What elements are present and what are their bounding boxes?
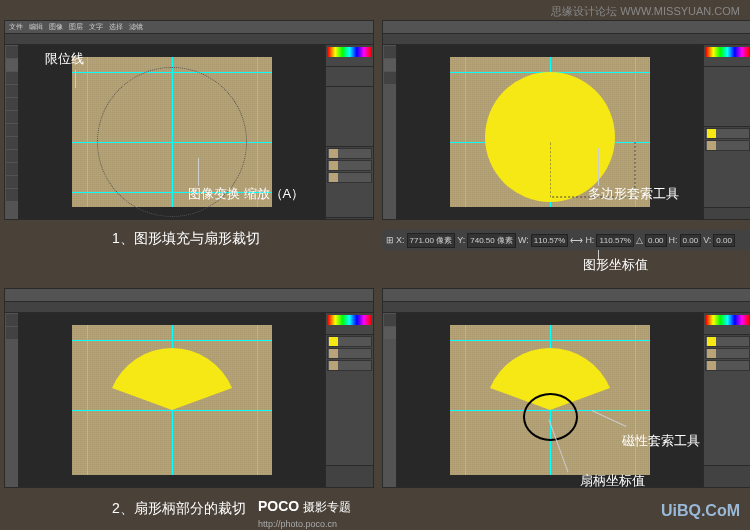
link-icon[interactable]: ⟷	[570, 235, 583, 245]
move-tool[interactable]	[384, 314, 396, 326]
menubar[interactable]: 文件 编辑 图像 图层 文字 选择 滤镜	[5, 21, 373, 33]
reference-point-icon[interactable]: ⊞	[386, 235, 394, 245]
guide-vertical[interactable]	[257, 325, 258, 475]
layer[interactable]	[705, 360, 750, 371]
move-tool[interactable]	[6, 46, 18, 58]
layer[interactable]	[705, 336, 750, 347]
color-ramp[interactable]	[706, 47, 749, 57]
crop-tool[interactable]	[384, 72, 396, 84]
panels[interactable]	[325, 45, 373, 219]
marquee-tool[interactable]	[6, 59, 18, 71]
layer-thumb	[329, 161, 338, 170]
annotation-pointer	[198, 158, 199, 186]
annotation-coords: 图形坐标值	[583, 256, 648, 274]
zoom-tool[interactable]	[6, 189, 18, 201]
options-bar[interactable]	[383, 33, 750, 45]
layer[interactable]	[327, 160, 372, 171]
lasso-tool[interactable]	[6, 72, 18, 84]
toolbar[interactable]	[383, 45, 397, 219]
vskew-value[interactable]: 0.00	[713, 234, 735, 247]
guide-vertical[interactable]	[635, 325, 636, 475]
layer[interactable]	[327, 348, 372, 359]
x-value[interactable]: 771.00 像素	[407, 233, 456, 248]
menu-image[interactable]: 图像	[49, 22, 63, 32]
panels[interactable]	[703, 45, 750, 219]
lasso-tool[interactable]	[6, 327, 18, 339]
eraser-tool[interactable]	[6, 124, 18, 136]
poco-url: http://photo.poco.cn	[258, 519, 337, 529]
type-tool[interactable]	[6, 163, 18, 175]
gradient-tool[interactable]	[6, 137, 18, 149]
color-panel[interactable]	[704, 315, 750, 335]
adjustments-panel[interactable]	[704, 67, 750, 127]
layer[interactable]	[327, 360, 372, 371]
brush-tool[interactable]	[6, 98, 18, 110]
y-value[interactable]: 740.50 像素	[467, 233, 516, 248]
options-bar[interactable]	[383, 301, 750, 313]
layer[interactable]	[705, 140, 750, 151]
menu-file[interactable]: 文件	[9, 22, 23, 32]
color-ramp[interactable]	[328, 315, 371, 325]
layer-thumb	[707, 141, 716, 150]
pen-tool[interactable]	[6, 150, 18, 162]
shape-tool[interactable]	[6, 176, 18, 188]
layer[interactable]	[327, 148, 372, 159]
x-label: X:	[396, 235, 405, 245]
menubar[interactable]	[383, 289, 750, 301]
guide-horizontal[interactable]	[450, 340, 650, 341]
w-value[interactable]: 110.57%	[531, 234, 569, 247]
toolbar[interactable]	[5, 313, 19, 487]
menu-select[interactable]: 选择	[109, 22, 123, 32]
guide-vertical[interactable]	[87, 325, 88, 475]
annotation-handle-coords: 扇柄坐标值	[580, 472, 645, 490]
canvas[interactable]	[72, 325, 272, 475]
menu-filter[interactable]: 滤镜	[129, 22, 143, 32]
angle-value[interactable]: 0.00	[645, 234, 667, 247]
guide-vertical[interactable]	[465, 325, 466, 475]
options-bar[interactable]	[5, 301, 373, 313]
layer-thumb	[707, 337, 716, 346]
canvas[interactable]	[450, 325, 650, 475]
move-tool[interactable]	[384, 46, 396, 58]
layers-panel[interactable]	[704, 336, 750, 466]
color-panel[interactable]	[326, 47, 373, 67]
hskew-value[interactable]: 0.00	[680, 234, 702, 247]
color-ramp[interactable]	[328, 47, 371, 57]
layer[interactable]	[327, 336, 372, 347]
adjustments-panel[interactable]	[326, 87, 373, 147]
panels[interactable]	[325, 313, 373, 487]
toolbar[interactable]	[383, 313, 397, 487]
color-panel[interactable]	[704, 47, 750, 67]
guide-vertical[interactable]	[465, 57, 466, 207]
clone-tool[interactable]	[6, 111, 18, 123]
menu-type[interactable]: 文字	[89, 22, 103, 32]
lasso-tool[interactable]	[384, 59, 396, 71]
color-panel[interactable]	[326, 315, 373, 335]
layers-panel[interactable]	[704, 128, 750, 208]
options-bar[interactable]	[5, 33, 373, 45]
magnetic-lasso-tool[interactable]	[384, 327, 396, 339]
photoshop-window-2	[382, 20, 750, 220]
layers-panel[interactable]	[326, 148, 373, 218]
menubar[interactable]	[5, 289, 373, 301]
layers-panel[interactable]	[326, 336, 373, 466]
layer[interactable]	[327, 172, 372, 183]
canvas-area[interactable]	[19, 313, 325, 487]
menubar[interactable]	[383, 21, 750, 33]
guide-vertical[interactable]	[87, 57, 88, 207]
toolbar[interactable]	[5, 45, 19, 219]
guide-horizontal[interactable]	[72, 340, 272, 341]
layer[interactable]	[705, 348, 750, 359]
transform-options-bar[interactable]: ⊞ X: 771.00 像素 Y: 740.50 像素 W: 110.57% ⟷…	[382, 230, 750, 250]
move-tool[interactable]	[6, 314, 18, 326]
layer-thumb	[329, 349, 338, 358]
h-value[interactable]: 110.57%	[596, 234, 634, 247]
menu-layer[interactable]: 图层	[69, 22, 83, 32]
crop-tool[interactable]	[6, 85, 18, 97]
color-ramp[interactable]	[706, 315, 749, 325]
swatches-panel[interactable]	[326, 67, 373, 87]
canvas-area[interactable]	[397, 313, 703, 487]
menu-edit[interactable]: 编辑	[29, 22, 43, 32]
layer[interactable]	[705, 128, 750, 139]
panels[interactable]	[703, 313, 750, 487]
